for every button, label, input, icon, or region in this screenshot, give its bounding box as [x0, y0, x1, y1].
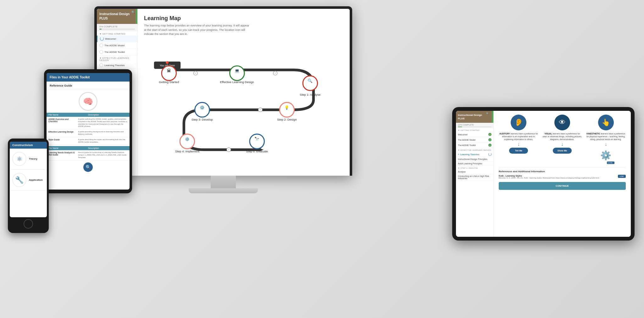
node-eld-icon: 💻 [235, 68, 240, 73]
tablet-right-accent-bar [492, 111, 493, 123]
tablet-right: Instructional Design PLUS 🔍 12% COMPLETE… [452, 107, 635, 241]
kinesthetic-arrow: ↓ [586, 141, 626, 147]
monitor-stem [211, 176, 236, 188]
references-title: References and Additional Information [499, 170, 626, 173]
tr-nav-lna-high-risk-label: Conducting an LNA in High Risk Industrie… [458, 175, 491, 179]
tr-nav-addie-toolkit[interactable]: The ADDIE Toolkit ✓ [456, 143, 493, 148]
file-desc-2: A guide providing background on learning… [78, 131, 128, 136]
tablet-table1-header: File Name Description [47, 113, 130, 117]
tablet-icon-area: 🧠 [47, 90, 130, 113]
phone-item-theory[interactable]: ⚛ Theory [10, 149, 47, 169]
phone-home-btn[interactable] [24, 219, 33, 229]
tablet-table-row-2: Effective Learning Design A guide provid… [47, 129, 130, 137]
node-evaluate [250, 134, 264, 148]
node-develop-label: Step 3: Develop [192, 117, 213, 121]
sidebar-item-welcome-label: Welcome! [105, 37, 116, 40]
tablet-right-main: 👂 AUDITORY learners have a preference fo… [494, 111, 631, 237]
tr-nav-id-principles[interactable]: Instructional Design Principles [456, 157, 493, 162]
tr-nav-addie-model[interactable]: The ADDIE Model ✓ [456, 137, 493, 143]
monitor-progress-fill [99, 29, 102, 30]
monitor-progress-track [99, 29, 135, 30]
tablet-left-screen: Files in Your ADDIE Toolkit Reference Gu… [47, 73, 130, 190]
connector2-plus: + [275, 71, 276, 75]
node-evaluate-label: Step 5: Evaluate [246, 149, 268, 153]
learning-types: 👂 AUDITORY learners have a preference fo… [499, 115, 626, 163]
show-me-button[interactable]: Show Me [553, 148, 572, 154]
file-name-1: ADDIE Overview and Checklist [48, 118, 77, 122]
tablet-left-frame: Files in Your ADDIE Toolkit Reference Gu… [44, 69, 132, 193]
learning-map-title: Learning Map [144, 15, 343, 22]
sidebar-item-addie-model[interactable]: The ADDIE Model [97, 42, 137, 49]
tr-nav-analyse[interactable]: Analyse [456, 170, 493, 174]
monitor-app-title: Instructional Design PLUS [99, 12, 135, 21]
tablet-right-search-icon[interactable]: 🔍 [486, 112, 489, 115]
search-icon[interactable]: 🔍 [131, 11, 135, 14]
phone-application-label: Application [29, 179, 43, 181]
tablet-table-row-3: Style Guide A guide describing the style… [47, 137, 130, 145]
node-getting-started [162, 66, 176, 80]
file-desc-1: A guide outlining the ADDIE model, guide… [78, 118, 128, 128]
tr-nav-addie-toolkit-label: The ADDIE Toolkit [458, 144, 476, 146]
continue-button[interactable]: CONTINUE [499, 182, 626, 190]
tr-section-eld: ▼ EFFECTIVE LEARNING DESIGN [456, 148, 493, 152]
sidebar-item-learning-theories-label: Learning Theories [104, 64, 125, 67]
tablet-search-btn[interactable]: 🔍 [83, 162, 93, 172]
tr-loading-circle [488, 153, 491, 156]
tablet-left-header: Files in Your ADDIE Toolkit [47, 73, 130, 82]
tr-nav-adult-learning[interactable]: Adult Learning Principles [456, 162, 493, 166]
reference-kolb-link[interactable]: LINK [618, 175, 626, 178]
monitor-stand-assembly [94, 176, 352, 193]
monitor-base [189, 188, 258, 193]
tablet-left-subheader: Reference Guide [47, 82, 130, 90]
visual-text: VISUAL learners have a preference for se… [542, 132, 582, 141]
learning-type-kinesthetic: 👆 KINESTHETIC learners have a preference… [586, 115, 626, 163]
tell-me-button[interactable]: Tell Me [509, 148, 528, 154]
tablet-right-progress-label: 12% COMPLETE [458, 124, 474, 126]
node-eld-label: Effective Learning Design [220, 80, 254, 84]
auditory-text: AUDITORY learners have a preference for … [499, 132, 539, 141]
phone-screen: Constructivism ⚛ Theory 🔧 Application [10, 142, 47, 217]
let-me-label: Let Me... [607, 162, 614, 164]
check-circle-welcome [100, 37, 104, 41]
tr-nav-learning-theories[interactable]: ≡ Learning Theories [456, 152, 493, 157]
sidebar-item-learning-theories[interactable]: Learning Theories [97, 62, 137, 69]
reference-kolb-detail: McLeod, S. A. (2017, Oct 21). Kolb - lea… [499, 177, 615, 179]
tablet-left: Files in Your ADDIE Toolkit Reference Gu… [44, 69, 132, 193]
sidebar-item-addie-model-label: The ADDIE Model [104, 44, 125, 47]
phone-application-icon: 🔧 [12, 173, 26, 187]
visual-icon: 👁 [554, 115, 570, 130]
learning-map-container: You are here 📍 🏛 Getting Started [144, 42, 343, 158]
accent-bar [136, 9, 137, 24]
tablet-icon: 🧠 [79, 92, 97, 111]
auditory-icon: 👂 [511, 115, 526, 130]
node-analyse-icon: 🔍 [308, 78, 313, 83]
kinesthetic-gear-btn[interactable]: ⚙️ Let Me... [598, 148, 614, 163]
tr-nav-welcome[interactable]: Welcome! ✓ [456, 132, 493, 137]
phone-item-application[interactable]: 🔧 Application [10, 170, 47, 190]
sidebar-item-welcome[interactable]: Welcome! [97, 36, 137, 42]
tr-nav-id-principles-label: Instructional Design Principles [458, 158, 487, 160]
tablet-bottom-area: 🔍 [47, 161, 130, 174]
tr-check-addie-toolkit: ✓ [488, 144, 491, 147]
node-eld [230, 66, 244, 80]
kinesthetic-text: KINESTHETIC learners have a preference f… [586, 132, 626, 141]
sidebar-item-addie-toolkit[interactable]: The ADDIE Toolkit [97, 49, 137, 55]
learning-map-desc: The learning map below provides an overv… [144, 24, 251, 37]
tr-nav-lna-high-risk[interactable]: Conducting an LNA in High Risk Industrie… [456, 174, 493, 181]
node-develop [195, 102, 209, 117]
table2-col1: File Name [48, 147, 88, 149]
learning-map-svg: You are here 📍 🏛 Getting Started [144, 42, 343, 158]
tablet-table-row-1: ADDIE Overview and Checklist A guide out… [47, 117, 130, 129]
scene: Instructional Design PLUS 🔍 0% COMPLETE … [0, 0, 644, 318]
monitor-screen: Instructional Design PLUS 🔍 0% COMPLETE … [97, 9, 350, 176]
tr-check-addie-model: ✓ [488, 138, 491, 141]
tr-section-analyse: ▼ STEP 1: ANALYSE [456, 166, 493, 170]
table2-col2: Description [88, 147, 128, 149]
tablet-right-frame: Instructional Design PLUS 🔍 12% COMPLETE… [452, 107, 635, 241]
tablet-table-row-4: Learning Needs Analysis & INA Guide How … [47, 150, 130, 160]
sidebar-progress-track [458, 127, 491, 127]
learning-type-auditory: 👂 AUDITORY learners have a preference fo… [499, 115, 539, 163]
monitor-main: Learning Map The learning map below prov… [138, 9, 350, 176]
reference-kolb-text: Kolb - Learning Styles McLeod, S. A. (20… [499, 175, 615, 179]
tr-nav-analyse-label: Analyse [458, 171, 466, 173]
